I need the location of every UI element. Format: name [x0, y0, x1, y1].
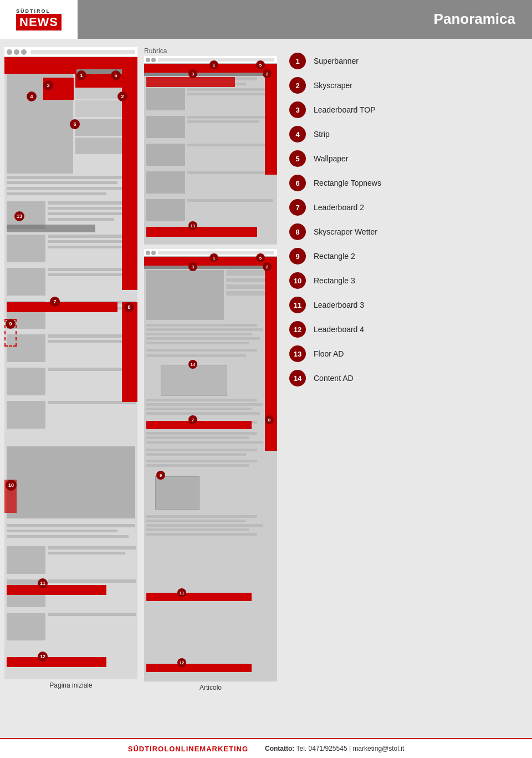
articolo-preview-container: Rubrica [144, 47, 277, 691]
legend-label-5: Wallpaper [314, 154, 349, 163]
legend-label-7: Leaderboard 2 [314, 203, 364, 212]
header: SÜDTIROL NEWS Panoramica [0, 0, 532, 39]
logo-news: NEWS [16, 14, 62, 30]
legend-badge-13: 13 [289, 345, 306, 362]
legend-item-1: 1 Superbanner [289, 53, 522, 69]
footer-email: marketing@stol.it [352, 745, 404, 752]
articolo-label: Articolo [200, 684, 222, 691]
legend-badge-3: 3 [289, 101, 306, 118]
legend-item-4: 4 Strip [289, 126, 522, 143]
logo-area: SÜDTIROL NEWS [0, 0, 78, 39]
footer: SÜDTIROLONLINEMARKETING Contatto: Tel. 0… [0, 738, 532, 758]
legend-badge-7: 7 [289, 199, 306, 216]
legend-badge-10: 10 [289, 272, 306, 289]
legend-label-10: Rectangle 3 [314, 276, 355, 285]
legend-item-13: 13 Floor AD [289, 345, 522, 362]
legend-item-10: 10 Rectangle 3 [289, 272, 522, 289]
page-title: Panoramica [434, 11, 515, 28]
legend-item-9: 9 Rectangle 2 [289, 248, 522, 264]
footer-brand-main: SÜDTIROL [128, 745, 169, 753]
legend-label-12: Leaderboard 4 [314, 325, 364, 334]
footer-contact: Contatto: Tel. 0471/925545 | marketing@s… [265, 745, 404, 752]
logo-top: SÜDTIROL [16, 8, 62, 14]
header-title-area: Panoramica [78, 0, 532, 39]
logo-box: SÜDTIROL NEWS [16, 8, 62, 30]
legend-badge-12: 12 [289, 321, 306, 338]
rubrica-preview: 1 5 3 2 11 [144, 56, 277, 245]
legend-item-2: 2 Skyscraper [289, 77, 522, 94]
legend-item-12: 12 Leaderboard 4 [289, 321, 522, 338]
legend-badge-1: 1 [289, 53, 306, 69]
legend-label-4: Strip [314, 130, 330, 139]
legend-badge-2: 2 [289, 77, 306, 94]
legend-badge-6: 6 [289, 175, 306, 191]
pagina-label: Pagina iniziale [49, 681, 92, 689]
legend: 1 Superbanner 2 Skyscraper 3 Leaderboard… [284, 53, 528, 394]
legend-label-2: Skyscraper [314, 81, 352, 90]
legend-item-7: 7 Leaderboard 2 [289, 199, 522, 216]
legend-badge-5: 5 [289, 150, 306, 167]
legend-list: 1 Superbanner 2 Skyscraper 3 Leaderboard… [289, 53, 522, 386]
footer-brand: SÜDTIROLONLINEMARKETING [128, 745, 248, 753]
footer-brand-highlight: ONLINE [169, 745, 200, 753]
legend-label-13: Floor AD [314, 349, 344, 358]
legend-badge-9: 9 [289, 248, 306, 264]
rubrica-label: Rubrica [144, 47, 277, 55]
legend-label-8: Skyscraper Wetter [314, 227, 377, 236]
pagina-preview: 1 5 3 4 2 6 13 [4, 47, 137, 679]
footer-phone: Tel. 0471/925545 [296, 745, 347, 752]
legend-item-11: 11 Leaderboard 3 [289, 297, 522, 313]
legend-label-6: Rectangle Topnews [314, 179, 381, 187]
legend-item-6: 6 Rectangle Topnews [289, 175, 522, 191]
legend-item-5: 5 Wallpaper [289, 150, 522, 167]
footer-brand-end: MARKETING [200, 745, 248, 753]
legend-label-11: Leaderboard 3 [314, 301, 364, 309]
articolo-preview: 1 5 3 2 14 7 8 9 11 [144, 249, 277, 681]
legend-badge-11: 11 [289, 297, 306, 313]
legend-label-9: Rectangle 2 [314, 252, 355, 261]
legend-badge-8: 8 [289, 223, 306, 240]
legend-badge-14: 14 [289, 370, 306, 386]
legend-label-14: Content AD [314, 374, 354, 383]
legend-label-3: Leaderboard TOP [314, 105, 376, 114]
legend-item-8: 8 Skyscraper Wetter [289, 223, 522, 240]
legend-item-14: 14 Content AD [289, 370, 522, 386]
legend-badge-4: 4 [289, 126, 306, 143]
footer-contact-label: Contatto: [265, 745, 294, 752]
pagina-preview-container: 1 5 3 4 2 6 13 [4, 47, 137, 689]
legend-label-1: Superbanner [314, 57, 359, 65]
legend-item-3: 3 Leaderboard TOP [289, 101, 522, 118]
